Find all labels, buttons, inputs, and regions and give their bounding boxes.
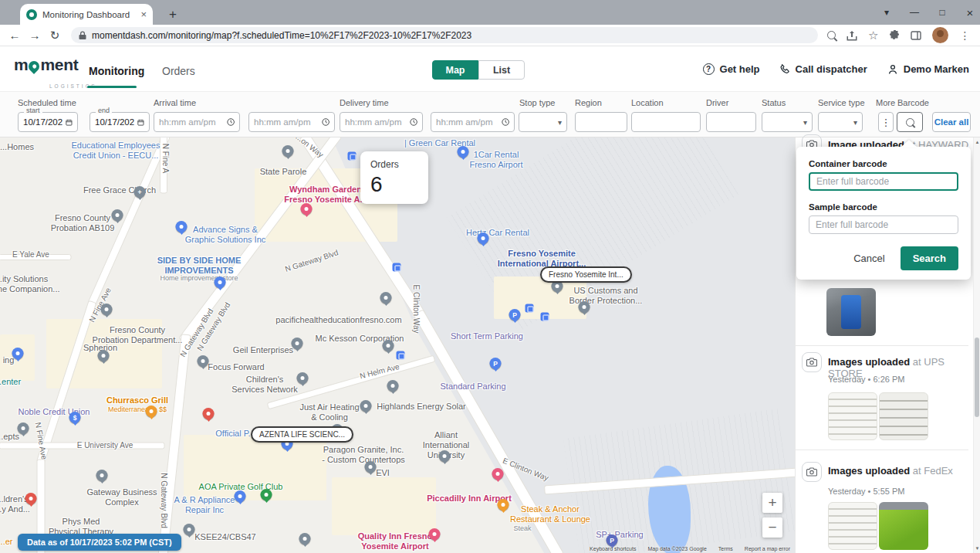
map-pin[interactable] [429, 528, 441, 540]
side-panel-icon[interactable] [911, 30, 921, 41]
map-pin[interactable] [297, 372, 309, 384]
map-pin[interactable] [184, 524, 195, 535]
map-pin[interactable] [235, 490, 246, 502]
map-pin[interactable] [146, 405, 157, 417]
order-location-chip[interactable]: AZENTA LIFE SCIENC... [251, 426, 353, 443]
browser-tab[interactable]: Monitoring Dashboard × [20, 4, 153, 25]
map-pin[interactable]: P [490, 358, 502, 369]
list-view-button[interactable]: List [478, 60, 525, 80]
get-help-button[interactable]: ? Get help [703, 63, 760, 75]
map-pin[interactable] [492, 468, 504, 480]
scheduled-start-field[interactable]: start [18, 112, 78, 132]
map-pin[interactable] [112, 209, 123, 221]
driver-text-input[interactable] [711, 117, 751, 127]
extensions-icon[interactable] [889, 30, 900, 41]
map-pin[interactable] [292, 338, 303, 349]
map-pin[interactable]: + [134, 186, 146, 198]
map-pin[interactable] [282, 145, 294, 157]
transit-stop-icon[interactable] [525, 304, 534, 313]
map-pin[interactable]: P [607, 534, 618, 546]
orders-cluster-popup[interactable]: Orders 6 [360, 151, 428, 204]
map-pin[interactable] [101, 304, 113, 315]
container-barcode-input[interactable] [809, 172, 958, 191]
arrival-start-field[interactable] [154, 112, 240, 132]
location-text-input[interactable] [637, 117, 695, 127]
scheduled-end-input[interactable] [95, 117, 134, 127]
arrival-end-field[interactable] [248, 112, 335, 132]
region-input[interactable] [575, 112, 627, 132]
search-button[interactable]: Search [901, 246, 958, 270]
map-zoom-in-button[interactable] [762, 493, 782, 513]
forward-button[interactable] [25, 29, 45, 42]
delivery-end-field[interactable] [431, 112, 515, 132]
map-pin[interactable] [12, 348, 24, 359]
nav-monitoring[interactable]: Monitoring [89, 65, 144, 77]
location-input[interactable] [631, 112, 701, 132]
more-filters-button[interactable] [878, 112, 894, 132]
scheduled-end-field[interactable]: end [90, 112, 150, 132]
delivery-end-input[interactable] [436, 117, 498, 127]
scroll-down-arrow[interactable] [974, 546, 980, 551]
tab-close-icon[interactable]: × [140, 8, 147, 20]
map-pin[interactable] [579, 301, 590, 313]
map-pin[interactable] [203, 408, 215, 419]
barcode-search-button[interactable] [897, 112, 923, 132]
browser-menu-icon[interactable] [959, 29, 970, 42]
arrival-end-input[interactable] [254, 117, 319, 127]
map-pin[interactable]: P [509, 309, 521, 321]
map-pin[interactable] [176, 221, 188, 232]
call-dispatcher-button[interactable]: Call dispatcher [780, 63, 867, 75]
map-pin[interactable] [383, 340, 394, 351]
delivery-start-field[interactable] [340, 112, 423, 132]
scrollbar-thumb[interactable] [975, 338, 979, 417]
map-canvas[interactable]: ...HomesEducational Employees Credit Uni… [0, 137, 795, 553]
order-location-chip[interactable]: Fresno Yosemite Int... [540, 266, 632, 283]
calendar-icon[interactable] [137, 118, 144, 127]
map-pin[interactable] [215, 276, 226, 288]
report-map-error-link[interactable]: Report a map error [745, 546, 790, 551]
uploaded-image-thumbnail[interactable] [879, 502, 928, 550]
uploaded-image-thumbnail[interactable] [826, 288, 876, 336]
zoom-search-icon[interactable] [827, 31, 836, 39]
map-pin[interactable] [365, 461, 377, 473]
map-pin[interactable] [387, 380, 399, 392]
clock-icon[interactable] [410, 117, 417, 127]
map-pin[interactable] [96, 470, 108, 481]
user-menu[interactable]: Demo Marken [887, 63, 969, 75]
transit-stop-icon[interactable] [541, 313, 549, 321]
map-pin[interactable] [25, 493, 37, 504]
map-pin[interactable] [198, 355, 209, 367]
map-pin[interactable] [18, 422, 29, 434]
bookmark-star-icon[interactable] [868, 29, 878, 42]
clock-icon[interactable] [227, 117, 235, 127]
window-maximize-button[interactable]: □ [937, 7, 948, 18]
map-pin[interactable] [301, 203, 313, 215]
calendar-icon[interactable] [66, 118, 73, 127]
share-icon[interactable] [847, 30, 857, 41]
region-text-input[interactable] [580, 117, 622, 127]
back-button[interactable] [5, 29, 25, 42]
transit-stop-icon[interactable] [393, 263, 401, 272]
terms-link[interactable]: Terms [718, 546, 733, 551]
map-pin[interactable] [439, 450, 451, 462]
cancel-button[interactable]: Cancel [846, 247, 892, 270]
browser-profile-avatar[interactable] [932, 27, 948, 43]
clear-all-button[interactable]: Clear all [932, 112, 971, 132]
uploaded-image-thumbnail[interactable] [879, 392, 928, 440]
transit-stop-icon[interactable] [397, 351, 405, 360]
stop-type-select[interactable] [519, 112, 567, 132]
delivery-start-input[interactable] [345, 117, 407, 127]
uploaded-image-thumbnail[interactable] [828, 502, 877, 550]
reload-button[interactable] [45, 29, 65, 42]
window-minimize-button[interactable]: — [909, 7, 920, 18]
map-pin[interactable] [98, 350, 110, 361]
driver-input[interactable] [706, 112, 756, 132]
map-pin[interactable] [458, 146, 469, 158]
new-tab-button[interactable] [164, 5, 182, 24]
keyboard-shortcuts-link[interactable]: Keyboard shortcuts [590, 546, 636, 551]
service-type-select[interactable] [818, 112, 863, 132]
map-pin[interactable]: $ [69, 412, 81, 423]
clock-icon[interactable] [322, 117, 329, 127]
clock-icon[interactable] [502, 117, 509, 127]
map-pin[interactable] [299, 533, 311, 545]
